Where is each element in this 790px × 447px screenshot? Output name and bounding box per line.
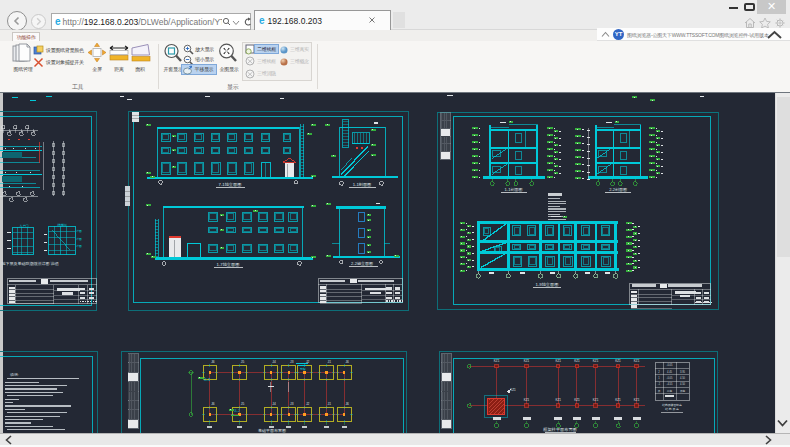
- svg-text:4.50: 4.50: [680, 376, 686, 380]
- svg-text:KZ1: KZ1: [574, 359, 580, 363]
- svg-text:J5: J5: [241, 402, 245, 406]
- svg-text:KZ1: KZ1: [524, 359, 530, 363]
- svg-text:4.50: 4.50: [680, 382, 686, 386]
- svg-text:KZ1: KZ1: [574, 398, 580, 402]
- svg-text:J6: J6: [211, 402, 215, 406]
- svg-text:框架柱平面布置图: 框架柱平面布置图: [542, 427, 577, 432]
- svg-text:4.45: 4.45: [667, 370, 673, 374]
- svg-text:结 构 层 高: 结 构 层 高: [665, 407, 679, 411]
- svg-text:1-1剖面图: 1-1剖面图: [353, 182, 372, 187]
- svg-text:J1: J1: [328, 360, 332, 364]
- svg-text:J5: J5: [241, 360, 245, 364]
- svg-text:层高: 层高: [680, 389, 686, 393]
- svg-text:-0.05: -0.05: [667, 363, 673, 367]
- svg-text:1-7轴立面图: 1-7轴立面图: [217, 262, 240, 267]
- svg-text:预留: 预留: [300, 367, 306, 371]
- svg-text:2-2剖面图: 2-2剖面图: [609, 187, 627, 192]
- svg-text:3.95: 3.95: [680, 370, 686, 374]
- svg-text:J1: J1: [328, 402, 332, 406]
- svg-text:J3: J3: [290, 402, 294, 406]
- svg-text:入户门: 入户门: [19, 224, 29, 228]
- svg-text:2-2轴立面图: 2-2轴立面图: [351, 261, 373, 266]
- svg-text:J2: J2: [306, 402, 310, 406]
- svg-text:-4.55: -4.55: [667, 382, 673, 386]
- svg-text:层: 层: [658, 390, 661, 393]
- svg-text:7-1轴立面图: 7-1轴立面图: [219, 182, 242, 187]
- svg-text:J4: J4: [272, 360, 276, 364]
- svg-text:J3: J3: [290, 360, 294, 364]
- svg-text:地下层及基础防潮做法详图 说明: 地下层及基础防潮做法详图 说明: [0, 261, 58, 266]
- svg-text:基础平面布置图: 基础平面布置图: [258, 428, 286, 433]
- svg-text:KZ1: KZ1: [494, 359, 500, 363]
- svg-text:楼梯间: 楼梯间: [57, 223, 67, 227]
- svg-text:KZ1: KZ1: [615, 398, 621, 402]
- svg-text:KZ1: KZ1: [634, 398, 640, 402]
- svg-text:KZ1: KZ1: [510, 388, 516, 392]
- svg-text:KZ1: KZ1: [555, 359, 561, 363]
- svg-text:详图: 详图: [76, 229, 82, 233]
- svg-text:1-1剖面图: 1-1剖面图: [505, 187, 523, 192]
- svg-text:KZ1: KZ1: [555, 398, 561, 402]
- svg-text:详图: 详图: [76, 244, 82, 248]
- svg-text:KZ1: KZ1: [524, 398, 530, 402]
- svg-text:KZ1: KZ1: [615, 359, 621, 363]
- svg-text:J6: J6: [345, 360, 349, 364]
- svg-text:JL-2: JL-2: [234, 409, 240, 413]
- svg-text:KZ1: KZ1: [593, 398, 599, 402]
- svg-text:标高: 标高: [666, 389, 673, 393]
- svg-text:J6: J6: [211, 360, 215, 364]
- svg-text:-0.05: -0.05: [667, 376, 673, 380]
- svg-text:详图: 详图: [76, 237, 82, 241]
- svg-text:JL-1: JL-1: [204, 378, 210, 382]
- svg-text:J6: J6: [345, 402, 349, 406]
- svg-text:说明:: 说明:: [10, 372, 19, 377]
- svg-text:J4: J4: [272, 402, 276, 406]
- svg-text:KZ1: KZ1: [634, 359, 640, 363]
- svg-text:1-9轴立面图: 1-9轴立面图: [536, 282, 559, 287]
- svg-text:KZ1: KZ1: [593, 359, 599, 363]
